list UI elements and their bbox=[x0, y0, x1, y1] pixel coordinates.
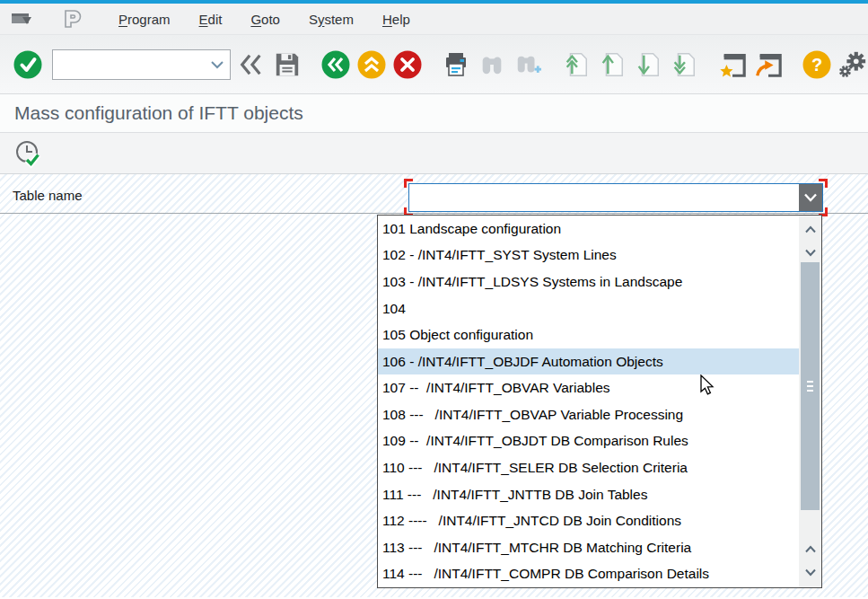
dropdown-list-item[interactable]: 107 -- /INT4/IFTT_OBVAR Variables bbox=[378, 374, 799, 401]
help-button[interactable]: ? bbox=[802, 49, 832, 80]
back-button[interactable] bbox=[320, 49, 351, 80]
dropdown-items: 101 Landscape configuration102 - /INT4/I… bbox=[378, 216, 799, 587]
scroll-up-button[interactable] bbox=[799, 539, 821, 559]
exit-chevrons-up-icon bbox=[357, 50, 386, 79]
dropdown-list-item[interactable]: 103 - /INT4/IFTT_LDSYS Systems in Landsc… bbox=[378, 269, 799, 295]
execute-button[interactable] bbox=[13, 138, 44, 169]
system-toolbar: ? bbox=[0, 35, 868, 94]
printer-icon bbox=[442, 50, 470, 79]
chevron-down-icon bbox=[804, 249, 817, 257]
dropdown-list-item[interactable]: 109 -- /INT4/IFTT_OBJDT DB Comparison Ru… bbox=[378, 428, 799, 455]
page-title: Mass configuration of IFTT objects bbox=[14, 102, 303, 124]
first-page-button[interactable] bbox=[561, 49, 592, 80]
chevron-down-icon bbox=[804, 568, 817, 577]
gears-icon bbox=[837, 50, 868, 79]
sap-logo-icon bbox=[59, 7, 83, 31]
dropdown-list-item[interactable]: 110 --- /INT4/IFTT_SELER DB Selection Cr… bbox=[378, 454, 799, 481]
dropdown-list-item[interactable]: 108 --- /INT4/IFTT_OBVAP Variable Proces… bbox=[378, 401, 799, 428]
dropdown-scrollbar[interactable] bbox=[799, 216, 821, 587]
save-button[interactable] bbox=[272, 49, 302, 80]
menu-item-goto[interactable]: Goto bbox=[236, 12, 294, 27]
print-button[interactable] bbox=[441, 49, 471, 80]
page-last-icon bbox=[671, 51, 697, 78]
menu-item-help[interactable]: Help bbox=[368, 12, 425, 27]
scroll-down-button[interactable] bbox=[799, 562, 821, 582]
menu-item-program[interactable]: Program bbox=[104, 12, 185, 27]
application-toolbar bbox=[0, 133, 868, 174]
scroll-down-button[interactable] bbox=[799, 242, 821, 262]
menu-item-edit[interactable]: Edit bbox=[185, 12, 237, 27]
cancel-button[interactable] bbox=[392, 49, 423, 80]
title-bar: Mass configuration of IFTT objects bbox=[0, 94, 868, 133]
dropdown-list-item[interactable]: 111 --- /INT4/IFTT_JNTTB DB Join Tables bbox=[378, 481, 799, 508]
table-name-value bbox=[409, 184, 799, 211]
dropdown-list-item[interactable]: 112 ---- /INT4/IFTT_JNTCD DB Join Condit… bbox=[378, 507, 799, 534]
previous-page-button[interactable] bbox=[597, 49, 627, 80]
find-button[interactable] bbox=[477, 49, 507, 80]
interaction-menu-icon[interactable] bbox=[11, 10, 32, 28]
binoculars-plus-icon bbox=[514, 51, 541, 78]
collapse-command-field-button[interactable] bbox=[236, 49, 267, 80]
table-name-field[interactable] bbox=[408, 183, 823, 212]
dropdown-list-item[interactable]: 101 Landscape configuration bbox=[378, 216, 799, 242]
table-name-label: Table name bbox=[13, 188, 83, 203]
window-shortcut-arrow-icon bbox=[754, 50, 783, 79]
menu-item-system[interactable]: System bbox=[294, 12, 368, 27]
page-down-icon bbox=[635, 51, 662, 78]
menu-items: ProgramEditGotoSystemHelp bbox=[104, 12, 425, 27]
double-chevron-left-icon bbox=[238, 51, 265, 78]
focus-corner-icon bbox=[819, 179, 828, 188]
floppy-disk-icon bbox=[274, 51, 301, 78]
dropdown-list-item[interactable]: 105 Object configuration bbox=[378, 322, 799, 348]
dropdown-list-item[interactable]: 102 - /INT4/IFTT_SYST System Lines bbox=[378, 242, 799, 269]
binoculars-icon bbox=[478, 51, 505, 78]
customize-layout-button[interactable] bbox=[837, 49, 868, 80]
command-field[interactable] bbox=[52, 49, 231, 80]
scroll-up-button[interactable] bbox=[799, 219, 821, 239]
dropdown-list-item[interactable]: 106 - /INT4/IFTT_OBJDF Automation Object… bbox=[378, 348, 799, 375]
x-icon bbox=[393, 50, 422, 79]
screen-body: Table name 101 Landscape configuration10… bbox=[0, 174, 868, 597]
focus-corner-icon bbox=[404, 179, 413, 188]
dropdown-list-item[interactable]: 104 bbox=[378, 295, 799, 322]
chevron-down-icon bbox=[210, 59, 224, 70]
chevron-up-icon bbox=[804, 545, 817, 553]
svg-text:?: ? bbox=[811, 55, 822, 75]
page-up-icon bbox=[599, 51, 626, 78]
last-page-button[interactable] bbox=[669, 49, 699, 80]
next-page-button[interactable] bbox=[633, 49, 663, 80]
scrollbar-thumb[interactable] bbox=[801, 262, 820, 510]
table-name-combobox[interactable] bbox=[404, 181, 828, 214]
chevron-up-icon bbox=[804, 225, 817, 233]
enter-button[interactable] bbox=[13, 49, 43, 80]
exit-button[interactable] bbox=[356, 49, 387, 80]
dropdown-list-item[interactable]: 113 --- /INT4/IFTT_MTCHR DB Matching Cri… bbox=[378, 534, 799, 561]
dropdown-list-item[interactable]: 114 --- /INT4/IFTT_COMPR DB Comparison D… bbox=[378, 561, 799, 587]
mouse-cursor-icon bbox=[699, 374, 717, 396]
page-first-icon bbox=[563, 51, 590, 78]
question-mark-icon: ? bbox=[802, 50, 831, 79]
table-name-dropdown-list: 101 Landscape configuration102 - /INT4/I… bbox=[377, 215, 822, 588]
back-chevrons-icon bbox=[321, 50, 350, 79]
check-icon bbox=[13, 50, 42, 79]
menu-bar: ProgramEditGotoSystemHelp bbox=[0, 4, 868, 35]
find-next-button[interactable] bbox=[513, 49, 543, 80]
chevron-down-icon bbox=[803, 192, 818, 203]
window-star-icon bbox=[718, 50, 747, 79]
new-session-button[interactable] bbox=[717, 49, 748, 80]
create-shortcut-button[interactable] bbox=[753, 49, 784, 80]
